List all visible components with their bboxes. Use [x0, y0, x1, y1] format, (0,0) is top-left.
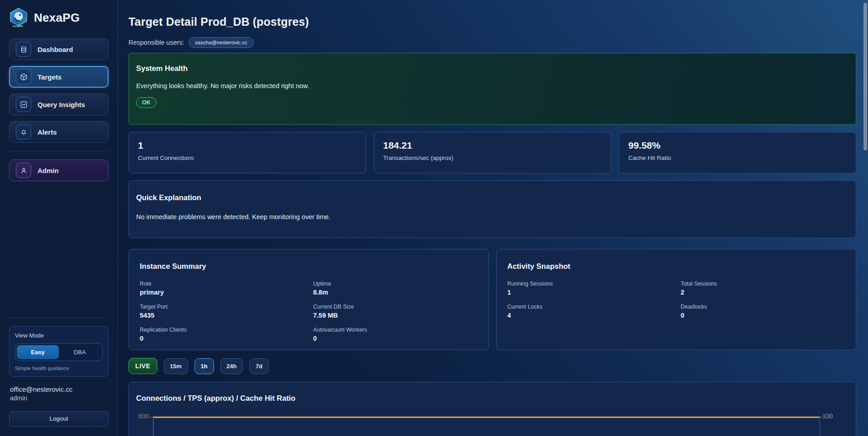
activity-snapshot-title: Activity Snapshot: [508, 262, 845, 271]
sidebar-item-label: Targets: [38, 73, 62, 81]
field-db-size: Current DB Size 7.59 MB: [313, 304, 477, 319]
field-uptime: Uptime 8.8m: [313, 281, 477, 296]
right-axis-tick-label: 100: [822, 413, 842, 420]
stat-value: 99.58%: [628, 140, 847, 151]
user-role: admin: [10, 394, 108, 402]
field-label: Deadlocks: [681, 304, 845, 310]
activity-snapshot-card: Activity Snapshot Running Sessions 1 Tot…: [496, 249, 857, 350]
quick-explanation-message: No immediate problems were detected. Kee…: [136, 213, 849, 220]
view-mode-card: View Mode Easy DBA Simple health guidanc…: [9, 326, 109, 377]
live-button[interactable]: LIVE: [128, 358, 157, 374]
stats-row: 1 Current Connections 184.21 Transaction…: [128, 132, 856, 173]
field-value: primary: [140, 289, 304, 296]
sidebar-item-targets[interactable]: Targets: [9, 66, 109, 88]
chart-card: Connections / TPS (approx) / Cache Hit R…: [128, 382, 856, 436]
field-target-port: Target Port 5435: [140, 304, 304, 319]
view-mode-hint: Simple health guidance: [15, 366, 103, 371]
field-replication-clients: Replication Clients 0: [140, 327, 304, 342]
field-current-locks: Current Locks 4: [508, 304, 672, 319]
user-icon: [16, 163, 31, 178]
field-value: 7.59 MB: [313, 312, 477, 319]
page-title: Target Detail Prod_DB (postgres): [128, 15, 856, 28]
stat-label: Cache Hit Ratio: [628, 155, 847, 161]
user-block: office@nesterovic.cc admin: [9, 377, 109, 402]
field-value: 0: [140, 335, 304, 342]
sidebar-item-admin[interactable]: Admin: [9, 159, 109, 181]
responsible-users-label: Responsible users:: [128, 39, 184, 46]
left-axis-line: [153, 417, 154, 436]
stat-card-cache-hit: 99.58% Cache Hit Ratio: [619, 132, 856, 173]
view-mode-toggle: Easy DBA: [15, 343, 103, 361]
right-axis-line: [820, 417, 821, 436]
field-role: Role primary: [140, 281, 304, 296]
instance-summary-card: Instance Summary Role primary Uptime 8.8…: [128, 249, 489, 350]
sidebar: NexaPG NexaPG Dashboard Targets Query In…: [0, 0, 118, 436]
database-icon: [16, 42, 31, 57]
field-value: 5435: [140, 312, 304, 319]
instance-summary-title: Instance Summary: [140, 262, 478, 271]
field-label: Target Port: [140, 304, 304, 310]
sidebar-item-label: Alerts: [38, 128, 57, 136]
field-total-sessions: Total Sessions 2: [681, 281, 845, 296]
summary-row: Instance Summary Role primary Uptime 8.8…: [128, 249, 856, 350]
field-running-sessions: Running Sessions 1: [508, 281, 672, 296]
sidebar-item-alerts[interactable]: Alerts: [9, 121, 109, 143]
field-value: 2: [681, 289, 845, 296]
left-axis-tick-label: 600: [132, 413, 149, 420]
field-label: Replication Clients: [140, 327, 304, 333]
range-button-15m[interactable]: 15m: [164, 358, 188, 374]
quick-explanation-card: Quick Explanation No immediate problems …: [128, 180, 856, 238]
stat-label: Transactions/sec (approx): [383, 155, 602, 161]
field-label: Current Locks: [508, 304, 672, 310]
chart-icon: [16, 97, 31, 112]
sidebar-divider: [9, 151, 109, 151]
stat-label: Current Connections: [138, 155, 356, 161]
field-label: Current DB Size: [313, 304, 477, 310]
field-value: 0: [681, 312, 845, 319]
app-title: NexaPG: [34, 11, 80, 25]
sidebar-bottom: View Mode Easy DBA Simple health guidanc…: [9, 315, 109, 427]
app-logo-row: NexaPG NexaPG: [9, 7, 109, 38]
system-health-message: Everything looks healthy. No major risks…: [136, 82, 849, 89]
system-health-card: System Health Everything looks healthy. …: [128, 53, 856, 125]
field-label: Total Sessions: [681, 281, 845, 287]
sidebar-item-query-insights[interactable]: Query Insights: [9, 94, 109, 115]
left-axis-tick: [150, 417, 153, 417]
cube-icon: [16, 69, 31, 84]
sidebar-item-dashboard[interactable]: Dashboard: [9, 38, 109, 60]
main-content: Target Detail Prod_DB (postgres) Respons…: [118, 0, 868, 436]
range-button-1h[interactable]: 1h: [194, 358, 214, 374]
vertical-scrollbar[interactable]: [863, 3, 867, 150]
time-controls: LIVE 15m 1h 24h 7d: [128, 358, 856, 374]
nexapg-logo-icon: NexaPG: [9, 8, 28, 28]
field-label: Autovacuum Workers: [313, 327, 477, 333]
chart-plot-area: 600 100: [153, 417, 820, 436]
stat-value: 1: [138, 140, 356, 151]
view-mode-option-easy[interactable]: Easy: [17, 345, 59, 359]
quick-explanation-title: Quick Explanation: [136, 193, 849, 202]
instance-summary-grid: Role primary Uptime 8.8m Target Port 543…: [140, 281, 478, 342]
stat-card-tps: 184.21 Transactions/sec (approx): [374, 132, 611, 173]
activity-snapshot-grid: Running Sessions 1 Total Sessions 2 Curr…: [508, 281, 845, 319]
bell-icon: [16, 124, 31, 140]
status-badge: OK: [136, 97, 157, 108]
system-health-title: System Health: [136, 64, 849, 73]
right-axis-tick: [820, 417, 823, 417]
stat-value: 184.21: [383, 140, 602, 151]
field-label: Uptime: [313, 281, 477, 287]
view-mode-option-dba[interactable]: DBA: [59, 345, 101, 359]
responsible-users-row: Responsible users: sascha@nesterovic.cc: [128, 37, 856, 48]
series-line-orange: [153, 417, 820, 418]
responsible-user-badge[interactable]: sascha@nesterovic.cc: [189, 37, 253, 48]
range-button-24h[interactable]: 24h: [220, 358, 243, 374]
logout-button[interactable]: Logout: [9, 411, 109, 427]
svg-text:NexaPG: NexaPG: [13, 25, 23, 28]
view-mode-title: View Mode: [15, 332, 103, 339]
field-value: 8.8m: [313, 289, 477, 296]
sidebar-item-label: Dashboard: [38, 46, 73, 53]
field-deadlocks: Deadlocks 0: [681, 304, 845, 319]
sidebar-item-label: Query Insights: [38, 101, 85, 108]
range-button-7d[interactable]: 7d: [249, 358, 269, 374]
user-email: office@nesterovic.cc: [10, 385, 108, 393]
field-label: Role: [140, 281, 304, 287]
